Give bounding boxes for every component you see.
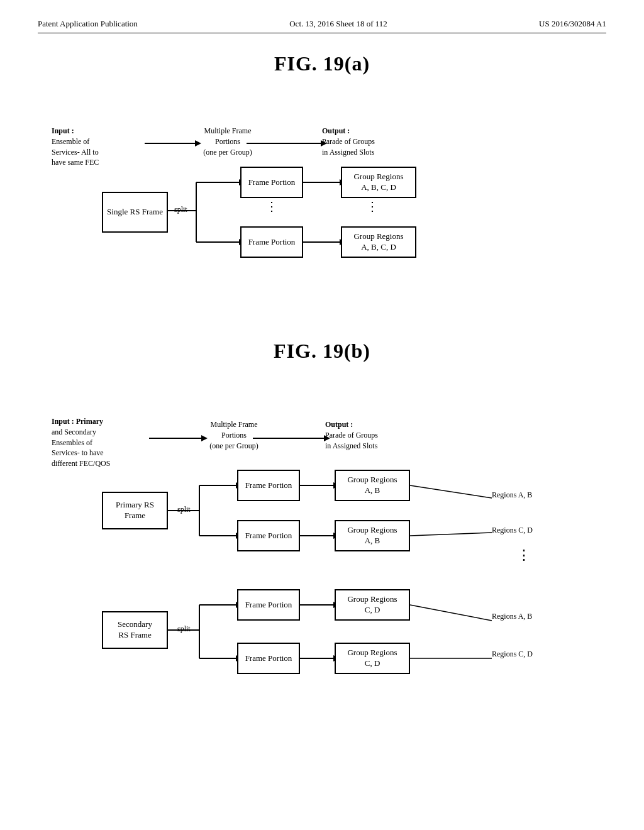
fig-a-middle-label: Multiple FramePortions(one per Group) [196, 126, 259, 157]
fig-a-dots: ⋮ [265, 200, 279, 213]
fig-a-frame-portion-1: Frame Portion [240, 167, 303, 198]
fig-b-output-label: Output :Parade of Groupsin Assigned Slot… [325, 419, 419, 451]
fig-b-group-cd-2: Group RegionsC, D [335, 643, 410, 674]
fig-b-split-1: split [177, 504, 191, 515]
fig-b-regions-ab-1: Regions A, B [492, 490, 532, 501]
svg-line-42 [410, 533, 492, 536]
fig-a-output-label: Output :Parade of Groupsin Assigned Slot… [322, 126, 416, 157]
svg-line-41 [410, 485, 492, 498]
fig-b-dots-mid: ⋮ [517, 548, 532, 562]
fig-b-frame-portion-3: Frame Portion [237, 589, 300, 621]
fig-b-input-label: Input : Primaryand SecondaryEnsembles of… [52, 416, 146, 469]
page: Patent Application Publication Oct. 13, … [0, 0, 644, 830]
svg-line-43 [410, 605, 492, 621]
fig-b-group-ab-1: Group RegionsA, B [335, 470, 410, 501]
fig-b-regions-ab-2: Regions A, B [492, 611, 532, 622]
fig-a-single-rs-box: Single RS Frame [102, 192, 168, 233]
fig-b-regions-cd-1: Regions C, D [492, 525, 533, 536]
fig-b-middle-label: Multiple FramePortions(one per Group) [203, 419, 265, 451]
fig-b-title: FIG. 19(b) [38, 340, 606, 363]
fig-b-group-cd-1: Group RegionsC, D [335, 589, 410, 621]
fig-b-frame-portion-4: Frame Portion [237, 643, 300, 674]
fig-b-group-ab-2: Group RegionsA, B [335, 520, 410, 551]
fig-a-split-label: split [174, 204, 199, 215]
fig-a-title: FIG. 19(a) [38, 52, 606, 75]
fig-b-regions-cd-2: Regions C, D [492, 649, 533, 660]
header-center: Oct. 13, 2016 Sheet 18 of 112 [289, 19, 387, 29]
header-right: US 2016/302084 A1 [539, 19, 606, 29]
fig-a-dots-right: ⋮ [366, 200, 380, 213]
page-header: Patent Application Publication Oct. 13, … [38, 19, 606, 33]
fig-b-frame-portion-1: Frame Portion [237, 470, 300, 501]
fig-b-primary-rs-box: Primary RSFrame [102, 492, 168, 529]
fig-b-frame-portion-2: Frame Portion [237, 520, 300, 551]
header-left: Patent Application Publication [38, 19, 138, 29]
fig-a-group-regions-2: Group RegionsA, B, C, D [341, 226, 416, 258]
diagram-a: Input :Ensemble ofServices- All tohave s… [52, 101, 592, 302]
fig-a-frame-portion-2: Frame Portion [240, 226, 303, 258]
fig-a-group-regions-1: Group RegionsA, B, C, D [341, 167, 416, 198]
fig-b-secondary-rs-box: SecondaryRS Frame [102, 611, 168, 649]
fig-a-single-rs-label: Single RS Frame [107, 207, 163, 218]
fig-a-input-label: Input :Ensemble ofServices- All tohave s… [52, 126, 140, 168]
fig-b-split-2: split [177, 624, 191, 634]
diagram-b: Input : Primaryand SecondaryEnsembles of… [52, 388, 592, 715]
